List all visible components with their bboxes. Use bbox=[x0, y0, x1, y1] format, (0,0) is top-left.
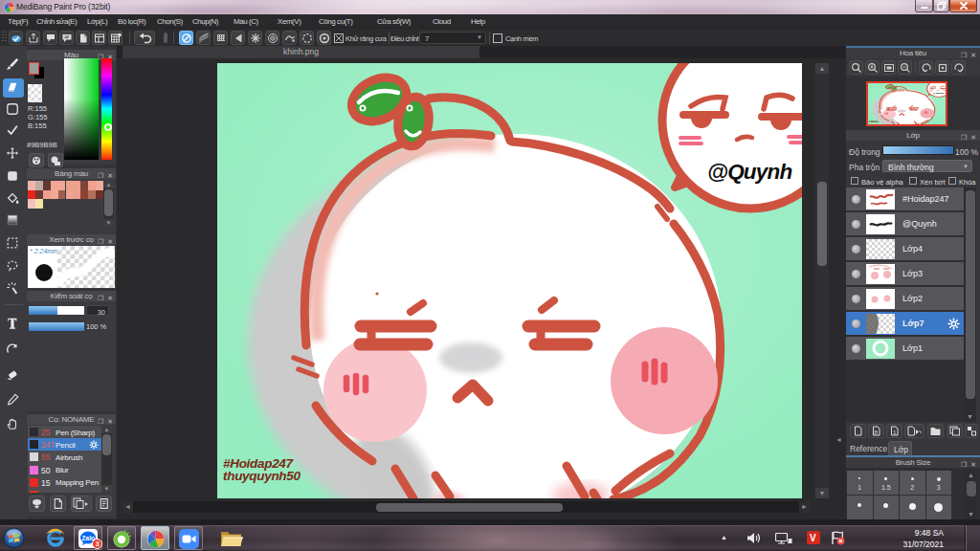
svg-text:8: 8 bbox=[875, 430, 879, 435]
svg-text:1: 1 bbox=[893, 430, 897, 435]
